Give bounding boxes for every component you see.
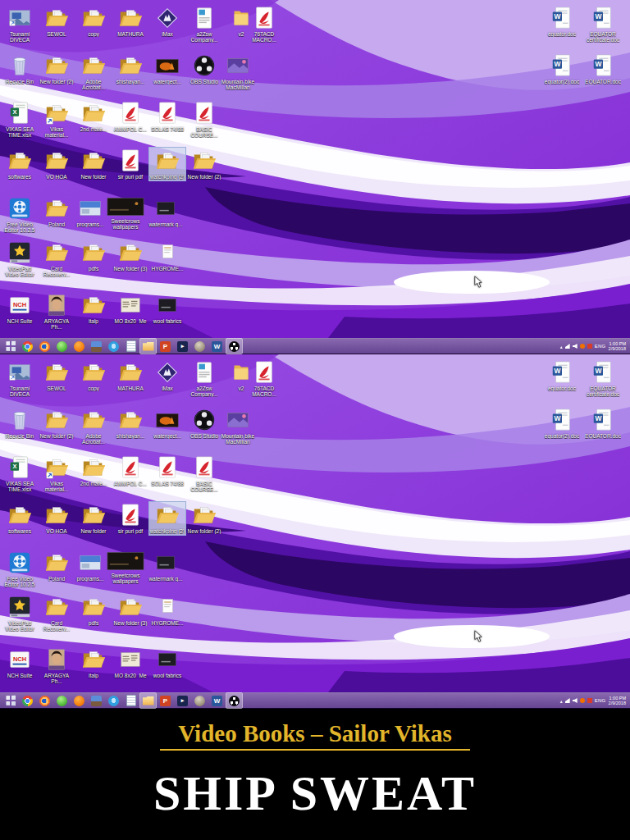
desktop-icon[interactable]: watergect... [149, 52, 185, 85]
taskbar-photos-icon[interactable] [89, 339, 104, 354]
desktop-icon[interactable]: Mountain bike MacMillan [220, 52, 256, 91]
desktop-icon[interactable]: VideoPad Video Editor [2, 240, 38, 278]
desktop-icon[interactable]: Poland [39, 195, 75, 228]
desktop-icon[interactable]: New folder (3) [112, 240, 148, 272]
desktop-icon[interactable]: pdfs [75, 594, 112, 627]
desktop-icon[interactable]: SOLAS 74/88 [149, 100, 185, 133]
desktop-icon[interactable]: VideoPad Video Editor [2, 594, 38, 632]
desktop-icon[interactable]: iMax [149, 359, 185, 392]
desktop-icon[interactable]: ARYAGYA Ph... [39, 646, 75, 685]
desktop-icon[interactable]: Tsunami DIVECA [2, 5, 38, 43]
desktop-icon[interactable]: SOLAS 74/88 [149, 454, 185, 487]
desktop-icon[interactable]: shishayan... [112, 407, 148, 440]
language-indicator[interactable]: ENG [595, 344, 606, 349]
desktop-icon[interactable]: shishayan... [112, 52, 148, 85]
desktop-icon[interactable]: Vikas material... [39, 100, 75, 139]
hidden-icons-arrow[interactable]: ▴ [560, 698, 563, 704]
desktop-icon[interactable]: OBS Studio [186, 52, 222, 85]
desktop-icon[interactable]: Vikas material... [39, 454, 75, 493]
taskbar-gimp-icon[interactable] [192, 339, 208, 354]
desktop-icon[interactable]: Poland [39, 550, 75, 582]
desktop-icon[interactable]: EQUATOR certificate.doc [585, 5, 621, 43]
taskbar-powerpoint-icon[interactable]: P [158, 339, 173, 354]
desktop-icon[interactable]: Sweetcrows wallpapers [103, 550, 148, 585]
desktop-icon[interactable]: EQUATOR certificate.doc [585, 359, 621, 398]
taskbar-word-icon[interactable]: W [209, 693, 225, 708]
desktop-icon[interactable]: NCH Suite [2, 646, 38, 679]
desktop-icon[interactable]: SEWOL [39, 359, 75, 392]
desktop-icon[interactable]: MATHURA [112, 5, 148, 38]
volume-icon[interactable] [573, 698, 578, 703]
taskbar-chrome-icon[interactable] [20, 339, 35, 354]
desktop-icon[interactable]: Adobe Acrobat... [75, 407, 112, 445]
desktop-icon[interactable]: Tsunami DIVECA [2, 359, 38, 398]
desktop-icon[interactable]: sir puri pdf [112, 148, 148, 180]
desktop-icon[interactable]: Free Video Editor 10.2.5 [2, 195, 38, 234]
desktop-icon[interactable]: BASIC COURSE... [186, 454, 222, 493]
desktop-icon[interactable]: VIKAS SEA TIME.xlsx [2, 100, 38, 139]
desktop-icon[interactable]: New folder (2) [39, 407, 75, 440]
desktop-icon[interactable]: copy [75, 359, 112, 392]
clock[interactable]: 1:00 PM2/9/2018 [609, 696, 626, 706]
desktop-icon[interactable]: a2Zsw Company... [186, 359, 222, 398]
desktop-icon[interactable]: equator(2).doc [544, 52, 580, 85]
network-icon[interactable] [565, 698, 570, 703]
taskbar-sync-icon[interactable] [106, 693, 121, 708]
desktop-icon[interactable]: italp [75, 292, 112, 325]
taskbar-chrome-icon[interactable] [20, 693, 35, 708]
taskbar-start-icon[interactable] [2, 693, 18, 708]
desktop-icon[interactable]: watermark g... [148, 550, 184, 582]
desktop-icon[interactable]: Card Recovery... [39, 240, 75, 278]
desktop-icon[interactable]: SEWOL [39, 5, 75, 38]
taskbar-sync-icon[interactable] [106, 339, 121, 354]
desktop-icon[interactable]: VO HOA [39, 148, 75, 180]
desktop-icon[interactable]: BASIC COURSE... [186, 100, 222, 139]
desktop-icon[interactable]: wool fabrics [149, 646, 185, 679]
desktop-icon[interactable]: New folder (2) [186, 148, 222, 180]
desktop-icon[interactable]: Card Recovery... [39, 594, 75, 632]
desktop-icon[interactable]: Recycle Bin [2, 407, 38, 440]
desktop-icon[interactable]: Free Video Editor 10.2.5 [2, 550, 38, 588]
taskbar-media-player-icon[interactable]: ▸ [175, 339, 190, 354]
desktop-icon[interactable]: italp [75, 646, 112, 679]
desktop-icon[interactable]: MO 8x20_Me [112, 646, 148, 679]
desktop-icon[interactable]: New folder [75, 502, 112, 535]
desktop-icon[interactable]: Adobe Acrobat... [75, 52, 112, 91]
desktop-icon[interactable]: watchkping (2) [149, 502, 185, 535]
desktop-icon[interactable]: Mountain bike MacMillan [220, 407, 256, 445]
desktop-icon[interactable]: 2nd mate... [75, 100, 112, 133]
desktop-icon[interactable]: New folder [75, 148, 112, 180]
desktop-icon[interactable]: MO 8x20_Me [112, 292, 148, 325]
taskbar-avast-icon[interactable] [71, 339, 87, 354]
taskbar-start-icon[interactable] [2, 339, 18, 354]
network-icon[interactable] [565, 344, 570, 349]
language-flag-icon[interactable] [587, 698, 592, 703]
taskbar-firefox-icon[interactable] [37, 339, 52, 354]
taskbar-avast-icon[interactable] [71, 693, 87, 708]
desktop-icon[interactable]: AMMPOL C... [112, 100, 148, 133]
desktop-icon[interactable]: New folder (2) [186, 502, 222, 535]
desktop-icon[interactable]: EQUATOR.doc [585, 407, 621, 440]
desktop-icon[interactable]: NCH Suite [2, 292, 38, 325]
taskbar-obs-icon[interactable] [226, 339, 242, 354]
taskbar-photos-icon[interactable] [89, 693, 104, 708]
taskbar-obs-icon[interactable] [226, 693, 242, 708]
desktop-icon[interactable]: pdfs [75, 240, 112, 272]
desktop-icon[interactable]: softwares [2, 148, 38, 180]
taskbar-firefox-icon[interactable] [37, 693, 52, 708]
desktop-icon[interactable]: 2nd mate... [75, 454, 112, 487]
avast-tray-icon[interactable] [580, 344, 585, 349]
language-indicator[interactable]: ENG [595, 698, 606, 703]
taskbar-notepad-icon[interactable] [123, 693, 139, 708]
desktop-icon[interactable]: HYGROME... [149, 594, 185, 627]
desktop-icon[interactable]: MATHURA [112, 359, 148, 392]
desktop-icon[interactable]: VIKAS SEA TIME.xlsx [2, 454, 38, 493]
desktop-icon[interactable]: iMax [149, 5, 185, 38]
desktop-icon[interactable]: 76TACD MACRO... [246, 359, 282, 398]
desktop-icon[interactable]: equator.doc [544, 5, 580, 38]
taskbar-powerpoint-icon[interactable]: P [158, 693, 173, 708]
desktop-icon[interactable]: OBS Studio [186, 407, 222, 440]
volume-icon[interactable] [573, 344, 578, 349]
desktop-icon[interactable]: wool fabrics [149, 292, 185, 325]
desktop-icon[interactable]: EQUATOR.doc [585, 52, 621, 85]
